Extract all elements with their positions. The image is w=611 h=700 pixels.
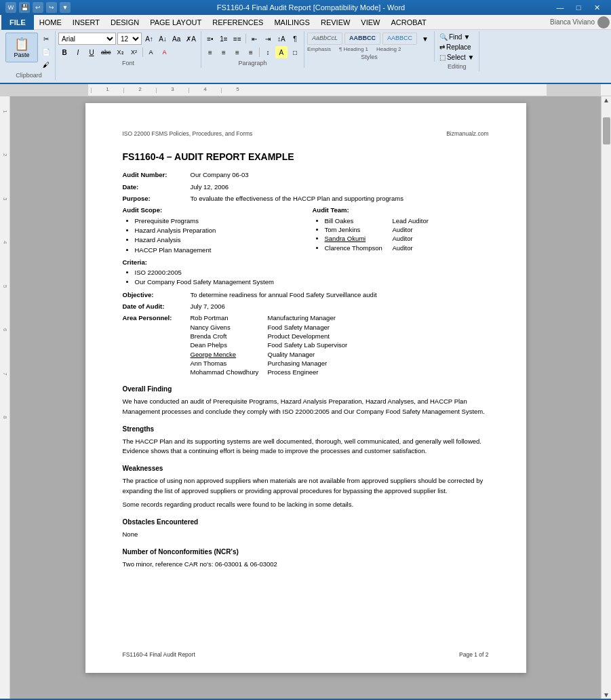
weaknesses-text2: Some records regarding product recalls w… [123,500,489,509]
show-marks-button[interactable]: ¶ [289,33,301,45]
menu-mailings[interactable]: MAILINGS [269,15,315,30]
paste-label: Paste [14,52,29,58]
audit-scope-col: Audit Scope: Prerequisite Programs Hazar… [123,206,299,254]
scroll-thumb[interactable] [603,117,610,144]
objective-label: Objective: [123,290,191,299]
clipboard-label: Clipboard [16,71,42,79]
line-spacing-button[interactable]: ↕ [262,46,274,58]
main-area: 1 2 3 4 5 6 7 8 ISO 22000 FSMS Policies,… [0,96,611,699]
purpose-row: Purpose: To evaluate the effectiveness o… [123,194,489,203]
h2-label: Heading 2 [376,46,401,52]
obstacles-text: None [123,530,489,539]
date-of-audit-row: Date of Audit: July 7, 2006 [123,302,489,311]
audit-number-label: Audit Number: [123,170,191,179]
clear-format-button[interactable]: ✗A [184,33,198,45]
select-button[interactable]: ⬚Select ▼ [437,53,476,62]
menu-design[interactable]: DESIGN [105,15,144,30]
scroll-up-button[interactable]: ▲ [603,96,610,104]
shading-button[interactable]: A [275,46,288,58]
style-emphasis[interactable]: AaBbCcL [307,33,342,45]
scope-team-row: Audit Scope: Prerequisite Programs Hazar… [123,206,489,254]
cut-button[interactable]: ✂ [40,33,52,45]
bullets-button[interactable]: ≡• [204,33,216,45]
ruler-margin-right [547,84,601,96]
scrollbar-right[interactable]: ▲ ▼ [601,96,611,699]
close-button[interactable]: ✕ [588,0,606,15]
subscript-button[interactable]: X₂ [115,46,127,58]
audit-number-value: Our Company 06-03 [191,170,249,179]
more-styles-button[interactable]: ▼ [419,33,431,45]
style-h1[interactable]: AABBCC [344,33,380,45]
scroll-down-button[interactable]: ▼ [603,691,610,699]
undo-icon[interactable]: ↩ [33,2,43,13]
paste-button[interactable]: 📋 Paste [5,33,38,62]
style-h2[interactable]: AABBCC [382,33,417,45]
scope-item-4: HACCP Plan Management [135,246,299,254]
save-icon[interactable]: 💾 [19,2,30,13]
menu-page-layout[interactable]: PAGE LAYOUT [144,15,207,30]
decrease-indent-button[interactable]: ⇤ [248,33,260,45]
title-bar-left: W 💾 ↩ ↪ ▼ [5,2,71,13]
paragraph-group: ≡• 1≡ ≡≡ ⇤ ⇥ ↕A ¶ ≡ ≡ ≡ ≡ ↕ A [201,31,304,68]
underline-button[interactable]: U [85,46,98,58]
date-label: Date: [123,182,191,191]
numbering-button[interactable]: 1≡ [218,33,230,45]
personnel-row-5: George Mencke Quality Manager [191,350,348,359]
superscript-button[interactable]: X² [128,46,140,58]
menu-review[interactable]: REVIEW [315,15,355,30]
obstacles-heading: Obstacles Encountered [123,518,489,527]
grow-font-button[interactable]: A↑ [143,33,155,45]
date-row: Date: July 12, 2006 [123,182,489,191]
menu-acrobat[interactable]: ACROBAT [385,15,431,30]
h1-label: ¶ Heading 1 [339,46,368,52]
italic-button[interactable]: I [72,46,84,58]
format-painter-button[interactable]: 🖌 [40,58,52,71]
find-button[interactable]: 🔍Find▼ [437,33,476,41]
sort-button[interactable]: ↕A [275,33,288,45]
bold-button[interactable]: B [58,46,71,58]
font-size-select[interactable]: 12 [117,33,142,45]
date-value: July 12, 2006 [191,182,229,191]
criteria-item-1: ISO 22000:2005 [135,268,489,277]
header-left: ISO 22000 FSMS Policies, Procedures, and… [123,130,253,138]
objective-value: To determine readiness for annual Food S… [191,290,377,299]
align-right-button[interactable]: ≡ [231,46,243,58]
document-page[interactable]: ISO 22000 FSMS Policies, Procedures, and… [85,103,526,673]
clipboard-group: 📋 Paste ✂ 📄 🖌 Clipboard [3,31,56,80]
multilevel-button[interactable]: ≡≡ [231,33,243,45]
menu-home[interactable]: HOME [34,15,67,30]
increase-indent-button[interactable]: ⇥ [262,33,274,45]
menu-view[interactable]: VIEW [355,15,385,30]
user-name: Bianca Viviano [550,18,595,26]
change-case-button[interactable]: Aa [170,33,182,45]
area-personnel-list: Rob Portman Manufacturing Manager Nancy … [191,313,348,376]
customize-icon[interactable]: ▼ [60,2,71,13]
copy-button[interactable]: 📄 [40,45,52,58]
strikethrough-button[interactable]: abc [99,46,113,58]
shrink-font-button[interactable]: A↓ [157,33,169,45]
date-of-audit-label: Date of Audit: [123,302,191,311]
menu-file[interactable]: FILE [1,15,34,30]
strengths-text: The HACCP Plan and its supporting system… [123,437,489,456]
font-color-button[interactable]: A [159,46,171,58]
border-button[interactable]: □ [289,46,301,58]
criteria-item-2: Our Company Food Safety Management Syste… [135,277,489,286]
paragraph-group-label: Paragraph [238,58,267,66]
audit-scope-label: Audit Scope: [123,206,299,214]
text-highlight-button[interactable]: A [145,46,157,58]
menu-insert[interactable]: INSERT [67,15,105,30]
justify-button[interactable]: ≡ [245,46,257,58]
audit-team-label: Audit Team: [313,206,489,214]
ruler-mark-2: 2 [123,88,156,93]
align-left-button[interactable]: ≡ [204,46,216,58]
maximize-button[interactable]: □ [570,0,587,15]
font-name-select[interactable]: Arial [58,33,116,45]
area-personnel-section: Area Personnel: Rob Portman Manufacturin… [123,313,489,376]
minimize-button[interactable]: — [551,0,569,15]
redo-icon[interactable]: ↪ [46,2,57,13]
ruler-margin-left [0,84,88,96]
window-controls: — □ ✕ [551,0,606,15]
replace-button[interactable]: ⇄Replace [437,43,476,52]
menu-references[interactable]: REFERENCES [207,15,269,30]
align-center-button[interactable]: ≡ [218,46,230,58]
